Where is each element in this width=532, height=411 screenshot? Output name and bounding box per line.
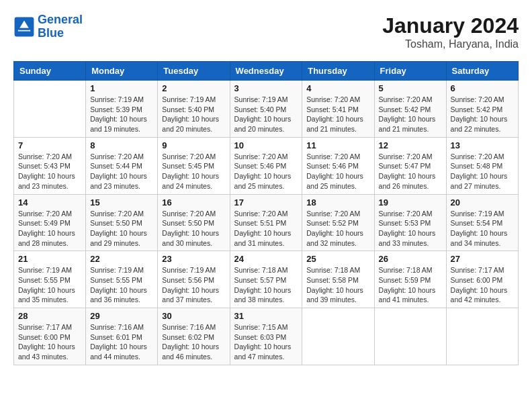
day-number: 21 [18, 254, 81, 264]
weekday-header: Monday [86, 62, 158, 81]
day-number: 29 [90, 311, 153, 321]
calendar-week-row: 7Sunrise: 7:20 AMSunset: 5:43 PMDaylight… [14, 137, 519, 194]
day-number: 9 [162, 140, 225, 150]
day-number: 25 [306, 254, 369, 264]
day-info: Sunrise: 7:20 AMSunset: 5:52 PMDaylight:… [306, 209, 369, 248]
day-number: 11 [306, 140, 369, 150]
calendar-day-cell: 22Sunrise: 7:19 AMSunset: 5:55 PMDayligh… [86, 251, 158, 308]
calendar-day-cell: 16Sunrise: 7:20 AMSunset: 5:50 PMDayligh… [158, 194, 230, 251]
logo: General Blue [13, 13, 83, 40]
calendar-day-cell: 24Sunrise: 7:18 AMSunset: 5:57 PMDayligh… [230, 251, 302, 308]
day-number: 16 [162, 197, 225, 208]
day-number: 18 [306, 197, 369, 208]
day-info: Sunrise: 7:19 AMSunset: 5:39 PMDaylight:… [90, 95, 153, 134]
logo-icon [13, 16, 35, 38]
day-info: Sunrise: 7:15 AMSunset: 6:03 PMDaylight:… [234, 322, 298, 362]
calendar-day-cell: 23Sunrise: 7:19 AMSunset: 5:56 PMDayligh… [158, 251, 230, 308]
day-number: 8 [90, 140, 153, 150]
calendar-day-cell: 11Sunrise: 7:20 AMSunset: 5:46 PMDayligh… [302, 137, 374, 194]
month-title: January 2024 [382, 13, 519, 38]
day-number: 7 [18, 140, 81, 150]
calendar-day-cell: 28Sunrise: 7:17 AMSunset: 6:00 PMDayligh… [14, 308, 86, 365]
calendar-table: SundayMondayTuesdayWednesdayThursdayFrid… [13, 61, 519, 365]
day-info: Sunrise: 7:20 AMSunset: 5:48 PMDaylight:… [451, 152, 514, 191]
calendar-day-cell: 8Sunrise: 7:20 AMSunset: 5:44 PMDaylight… [86, 137, 158, 194]
calendar-day-cell: 29Sunrise: 7:16 AMSunset: 6:01 PMDayligh… [86, 308, 158, 365]
day-number: 31 [234, 311, 298, 321]
logo-text: General Blue [38, 13, 83, 40]
calendar-day-cell: 26Sunrise: 7:18 AMSunset: 5:59 PMDayligh… [374, 251, 446, 308]
calendar-day-cell: 13Sunrise: 7:20 AMSunset: 5:48 PMDayligh… [446, 137, 518, 194]
day-info: Sunrise: 7:20 AMSunset: 5:49 PMDaylight:… [18, 209, 81, 248]
calendar-day-cell: 14Sunrise: 7:20 AMSunset: 5:49 PMDayligh… [14, 194, 86, 251]
svg-rect-2 [19, 28, 30, 30]
weekday-header-row: SundayMondayTuesdayWednesdayThursdayFrid… [14, 62, 519, 81]
day-info: Sunrise: 7:20 AMSunset: 5:50 PMDaylight:… [162, 209, 225, 248]
day-info: Sunrise: 7:16 AMSunset: 6:01 PMDaylight:… [90, 322, 153, 362]
calendar-day-cell: 17Sunrise: 7:20 AMSunset: 5:51 PMDayligh… [230, 194, 302, 251]
calendar-day-cell: 12Sunrise: 7:20 AMSunset: 5:47 PMDayligh… [374, 137, 446, 194]
calendar-day-cell [14, 81, 86, 138]
calendar-week-row: 28Sunrise: 7:17 AMSunset: 6:00 PMDayligh… [14, 308, 519, 365]
weekday-header: Tuesday [158, 62, 230, 81]
day-number: 17 [234, 197, 298, 208]
day-info: Sunrise: 7:19 AMSunset: 5:54 PMDaylight:… [451, 209, 514, 248]
day-number: 13 [451, 140, 514, 150]
title-block: January 2024 Tosham, Haryana, India [382, 13, 519, 50]
calendar-week-row: 14Sunrise: 7:20 AMSunset: 5:49 PMDayligh… [14, 194, 519, 251]
day-info: Sunrise: 7:20 AMSunset: 5:50 PMDaylight:… [90, 209, 153, 248]
day-info: Sunrise: 7:20 AMSunset: 5:46 PMDaylight:… [234, 152, 298, 191]
calendar-day-cell: 7Sunrise: 7:20 AMSunset: 5:43 PMDaylight… [14, 137, 86, 194]
calendar-day-cell: 4Sunrise: 7:20 AMSunset: 5:41 PMDaylight… [302, 81, 374, 138]
day-info: Sunrise: 7:19 AMSunset: 5:55 PMDaylight:… [90, 265, 153, 305]
day-info: Sunrise: 7:17 AMSunset: 6:00 PMDaylight:… [451, 265, 514, 305]
day-number: 22 [90, 254, 153, 264]
day-number: 20 [451, 197, 514, 208]
day-number: 23 [162, 254, 225, 264]
calendar-day-cell: 6Sunrise: 7:20 AMSunset: 5:42 PMDaylight… [446, 81, 518, 138]
day-number: 3 [234, 83, 298, 93]
day-info: Sunrise: 7:20 AMSunset: 5:44 PMDaylight:… [90, 152, 153, 191]
calendar-day-cell: 19Sunrise: 7:20 AMSunset: 5:53 PMDayligh… [374, 194, 446, 251]
calendar-day-cell: 9Sunrise: 7:20 AMSunset: 5:45 PMDaylight… [158, 137, 230, 194]
day-number: 4 [306, 83, 369, 93]
day-info: Sunrise: 7:20 AMSunset: 5:45 PMDaylight:… [162, 152, 225, 191]
calendar-day-cell: 2Sunrise: 7:19 AMSunset: 5:40 PMDaylight… [158, 81, 230, 138]
day-info: Sunrise: 7:19 AMSunset: 5:56 PMDaylight:… [162, 265, 225, 305]
day-info: Sunrise: 7:20 AMSunset: 5:43 PMDaylight:… [18, 152, 81, 191]
day-number: 10 [234, 140, 298, 150]
day-info: Sunrise: 7:20 AMSunset: 5:41 PMDaylight:… [306, 95, 369, 134]
calendar-day-cell [446, 308, 518, 365]
day-number: 1 [90, 83, 153, 93]
day-info: Sunrise: 7:16 AMSunset: 6:02 PMDaylight:… [162, 322, 225, 362]
day-info: Sunrise: 7:19 AMSunset: 5:55 PMDaylight:… [18, 265, 81, 305]
day-number: 24 [234, 254, 298, 264]
calendar-day-cell: 3Sunrise: 7:19 AMSunset: 5:40 PMDaylight… [230, 81, 302, 138]
day-number: 30 [162, 311, 225, 321]
weekday-header: Friday [374, 62, 446, 81]
day-number: 15 [90, 197, 153, 208]
day-number: 12 [379, 140, 442, 150]
day-info: Sunrise: 7:18 AMSunset: 5:59 PMDaylight:… [379, 265, 442, 305]
day-info: Sunrise: 7:20 AMSunset: 5:53 PMDaylight:… [379, 209, 442, 248]
weekday-header: Wednesday [230, 62, 302, 81]
day-number: 26 [379, 254, 442, 264]
calendar-day-cell: 21Sunrise: 7:19 AMSunset: 5:55 PMDayligh… [14, 251, 86, 308]
calendar-day-cell: 27Sunrise: 7:17 AMSunset: 6:00 PMDayligh… [446, 251, 518, 308]
calendar-day-cell: 30Sunrise: 7:16 AMSunset: 6:02 PMDayligh… [158, 308, 230, 365]
day-info: Sunrise: 7:19 AMSunset: 5:40 PMDaylight:… [234, 95, 298, 134]
weekday-header: Saturday [446, 62, 518, 81]
day-number: 19 [379, 197, 442, 208]
day-info: Sunrise: 7:18 AMSunset: 5:58 PMDaylight:… [306, 265, 369, 305]
calendar-day-cell: 31Sunrise: 7:15 AMSunset: 6:03 PMDayligh… [230, 308, 302, 365]
calendar-day-cell: 20Sunrise: 7:19 AMSunset: 5:54 PMDayligh… [446, 194, 518, 251]
day-info: Sunrise: 7:18 AMSunset: 5:57 PMDaylight:… [234, 265, 298, 305]
calendar-day-cell: 1Sunrise: 7:19 AMSunset: 5:39 PMDaylight… [86, 81, 158, 138]
day-info: Sunrise: 7:20 AMSunset: 5:51 PMDaylight:… [234, 209, 298, 248]
calendar-week-row: 1Sunrise: 7:19 AMSunset: 5:39 PMDaylight… [14, 81, 519, 138]
calendar-day-cell [302, 308, 374, 365]
calendar-day-cell: 5Sunrise: 7:20 AMSunset: 5:42 PMDaylight… [374, 81, 446, 138]
calendar-day-cell: 15Sunrise: 7:20 AMSunset: 5:50 PMDayligh… [86, 194, 158, 251]
day-number: 5 [379, 83, 442, 93]
location: Tosham, Haryana, India [382, 38, 519, 50]
